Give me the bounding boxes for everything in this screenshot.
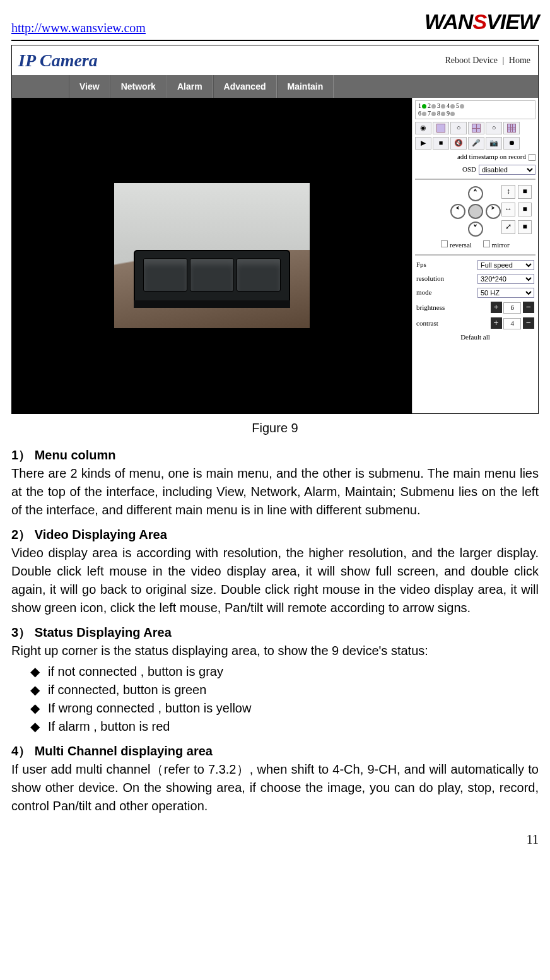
ip-camera-logo: IP Camera [18,48,98,74]
mirror-label: mirror [492,241,510,249]
section-1-text: There are 2 kinds of menu, one is main m… [11,464,539,519]
patrol-v-stop-button[interactable]: ■ [518,185,532,199]
layout-buttons: ◉ ○ ○ [415,122,535,134]
section-3-text: Right up corner is the status displaying… [11,642,539,660]
snapshot-button[interactable]: 📷 [486,137,502,150]
stop-button[interactable]: ■ [433,137,449,150]
io-on-button[interactable]: ⤢ [501,220,515,234]
resolution-row: resolution 320*240 [415,273,535,285]
brightness-value: 6 [503,302,521,314]
patrol-h-button[interactable]: ↔ [501,203,515,216]
fps-select[interactable]: Full speed [477,260,534,270]
channel-4[interactable]: 4 [447,102,455,110]
ptz-control: ˄ ˂ ˃ ˅ ↕ ■ ↔ ■ [415,184,535,238]
figure-caption: Figure 9 [11,419,539,437]
ptz-left-button[interactable]: ˂ [450,204,465,219]
brand-part2: VIEW [486,9,539,33]
osd-row: OSD disabled [415,165,535,175]
brand-part1: WAN [424,9,472,33]
patrol-h-stop-button[interactable]: ■ [518,203,532,216]
channel-8[interactable]: 8 [437,110,445,117]
channel-9[interactable]: 9 [447,110,455,117]
patrol-v-button[interactable]: ↕ [501,185,515,199]
channel-3[interactable]: 3 [437,102,445,110]
brightness-label: brightness [416,303,445,313]
couch-illustration [134,250,290,308]
brand-s: S [472,9,486,33]
bullet-green: if connected, button is green [48,681,539,699]
channel-5[interactable]: 5 [456,102,464,110]
site-url-link[interactable]: http://www.wansview.com [11,19,146,37]
reversal-label: reversal [450,241,472,249]
camera-feed [114,183,310,328]
section-4-text: If user add multi channel（refer to 7.3.2… [11,760,539,815]
default-all-link[interactable]: Default all [460,333,490,343]
mic-button[interactable]: 🎤 [468,137,484,150]
radio-layout-3[interactable]: ○ [486,122,502,134]
fps-row: Fps Full speed [415,259,535,271]
top-links: Reboot Device | Home [443,54,532,67]
ptz-center-button[interactable] [468,204,483,219]
separator: | [502,56,504,65]
mode-select[interactable]: 50 HZ [477,288,534,298]
channel-status-grid: 1 2 3 4 5 6 7 8 9 [415,100,535,119]
channel-2[interactable]: 2 [428,102,436,110]
contrast-plus-button[interactable]: + [491,317,502,329]
ptz-up-button[interactable]: ˄ [468,186,483,201]
control-panel: 1 2 3 4 5 6 7 8 9 ◉ ○ ○ [412,98,538,413]
mirror-checkbox[interactable] [483,240,490,247]
flip-row: reversal mirror [415,240,535,251]
section-3-title: 3） Status Displaying Area [11,623,539,642]
home-link[interactable]: Home [509,56,530,65]
timestamp-checkbox[interactable] [529,154,535,161]
section-1-title: 1） Menu column [11,446,539,464]
radio-layout-2[interactable]: ○ [450,122,467,134]
section-2-title: 2） Video Displaying Area [11,526,539,544]
mute-button[interactable]: 🔇 [450,137,467,150]
timestamp-label: add timestamp on record [457,152,526,162]
tab-advanced[interactable]: Advanced [213,75,277,98]
layout-2x2-button[interactable] [468,122,484,134]
osd-label: OSD [462,165,476,175]
tab-maintain[interactable]: Maintain [277,75,334,98]
mode-label: mode [416,288,431,298]
default-all-row: Default all [415,333,535,343]
reversal-checkbox[interactable] [441,240,448,247]
ptz-down-button[interactable]: ˅ [468,221,483,237]
layout-3x3-button[interactable] [503,122,520,134]
video-display-area[interactable] [12,98,412,413]
tab-network[interactable]: Network [110,75,167,98]
play-button[interactable]: ▶ [415,137,431,150]
contrast-label: contrast [416,319,438,329]
page-header: http://www.wansview.com WANSVIEW [11,6,539,41]
page-number: 11 [11,830,539,849]
tool-buttons: ▶ ■ 🔇 🎤 📷 ⏺ [415,137,535,150]
resolution-select[interactable]: 320*240 [477,274,534,284]
brightness-plus-button[interactable]: + [491,302,502,313]
reboot-device-link[interactable]: Reboot Device [445,56,498,65]
ui-screenshot: IP Camera Reboot Device | Home View Netw… [11,45,539,414]
section-4-title: 4） Multi Channel displaying area [11,742,539,760]
bullet-yellow: If wrong connected , button is yellow [48,699,539,717]
contrast-minus-button[interactable]: − [523,317,534,329]
status-bullet-list: if not connected , button is gray if con… [48,663,539,736]
layout-1x1-button[interactable] [433,122,449,134]
ptz-right-button[interactable]: ˃ [486,204,501,219]
tab-view[interactable]: View [69,75,110,98]
brightness-minus-button[interactable]: − [523,302,534,313]
brand-logo: WANSVIEW [424,6,539,37]
radio-layout[interactable]: ◉ [415,122,431,134]
section-2-text: Video display area is according with res… [11,544,539,617]
io-off-button[interactable]: ■ [518,220,532,234]
brightness-row: brightness + 6 − [415,301,535,314]
tab-alarm[interactable]: Alarm [167,75,213,98]
channel-6[interactable]: 6 [418,110,426,117]
channel-7[interactable]: 7 [428,110,436,117]
bullet-red: If alarm , button is red [48,717,539,736]
fps-label: Fps [416,260,426,270]
channel-1[interactable]: 1 [418,102,426,110]
mode-row: mode 50 HZ [415,287,535,298]
osd-select[interactable]: disabled [479,165,535,175]
record-button[interactable]: ⏺ [503,137,520,150]
contrast-row: contrast + 4 − [415,317,535,330]
